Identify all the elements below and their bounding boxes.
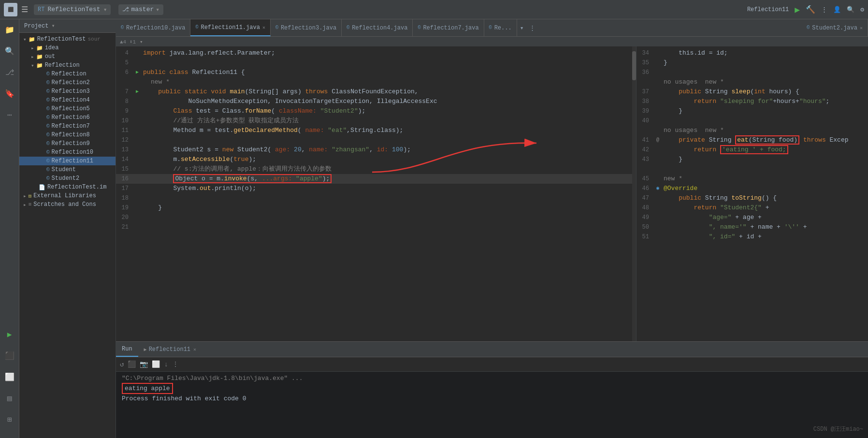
hamburger-menu[interactable]: ☰ bbox=[21, 5, 28, 15]
code-line-11: 11 Method m = test.getDeclaredMethod( na… bbox=[116, 126, 636, 135]
layout-icon2[interactable]: ⊞ bbox=[3, 413, 16, 426]
tree-item-external-libs[interactable]: ▸ ⊞ External Libraries bbox=[19, 191, 116, 200]
project-panel: Project ▾ ▾ 📁 ReflectionTest sour ▸ 📁 id… bbox=[19, 19, 116, 438]
line-text bbox=[662, 68, 868, 77]
tab-reflection11[interactable]: © Reflection11.java ✕ bbox=[190, 19, 270, 36]
project-view-icon[interactable]: 📁 bbox=[3, 23, 16, 37]
bottom-panel-icon[interactable]: ⬜ bbox=[3, 370, 16, 384]
line-gutter bbox=[654, 68, 662, 77]
tab-close-student2[interactable]: ✕ bbox=[860, 25, 863, 31]
tree-item-reflection2[interactable]: © Reflection2 bbox=[19, 78, 116, 87]
line-number: 39 bbox=[637, 106, 654, 116]
tree-item-student2[interactable]: © Student2 bbox=[19, 174, 116, 183]
line-gutter bbox=[654, 87, 662, 97]
terminal-icon[interactable]: ⬛ bbox=[3, 349, 16, 363]
settings-btn[interactable]: ⋮ bbox=[172, 360, 179, 368]
settings-icon[interactable]: ⚙ bbox=[860, 6, 864, 14]
line-gutter bbox=[654, 222, 662, 232]
line-gutter bbox=[654, 164, 662, 174]
tree-item-idea[interactable]: ▸ 📁 idea bbox=[19, 44, 116, 52]
line-gutter bbox=[133, 203, 141, 213]
tab-more-btn[interactable]: ⋮ bbox=[526, 24, 538, 32]
tab-overflow-btn[interactable]: ▾ bbox=[517, 24, 527, 32]
line-text: public class Reflection11 { bbox=[141, 68, 636, 77]
tree-item-reflectiontest-img[interactable]: 📄 ReflectionTest.im bbox=[19, 183, 116, 191]
bottom-tab-reflection11[interactable]: ▶ Reflection11 ✕ bbox=[138, 342, 202, 357]
run-icon-sidebar[interactable]: ▶ bbox=[3, 328, 16, 341]
tree-item-reflection10[interactable]: © Reflection10 bbox=[19, 148, 116, 157]
line-number: 43 bbox=[637, 155, 654, 164]
tree-item-reflection-folder[interactable]: ▾ 📁 Reflection bbox=[19, 61, 116, 70]
line-run-7[interactable]: ▶ bbox=[133, 87, 141, 97]
output-result-line: eating apple bbox=[122, 382, 862, 395]
autoscroll-btn[interactable]: ↓ bbox=[164, 361, 168, 368]
tree-item-reflection[interactable]: © Reflection bbox=[19, 70, 116, 78]
right-code-line-42: 42 return 'eating ' + food; bbox=[637, 145, 868, 155]
tree-item-reflection5[interactable]: © Reflection5 bbox=[19, 104, 116, 113]
branch-selector[interactable]: ⎇ master ▾ bbox=[118, 4, 163, 15]
tab-reflection3[interactable]: © Reflection3.java bbox=[271, 19, 342, 36]
tab-reflection4[interactable]: © Reflection4.java bbox=[342, 19, 413, 36]
tab-close-reflection11-bottom[interactable]: ✕ bbox=[193, 347, 196, 352]
code-editors: 4 import java.lang.reflect.Parameter; 5 … bbox=[116, 46, 868, 341]
line-gutter bbox=[654, 77, 662, 87]
right-code-line-46: 46 ◉ @Override bbox=[637, 184, 868, 193]
find-icon[interactable]: 🔍 bbox=[3, 44, 16, 58]
line-run-6[interactable]: ▶ bbox=[133, 68, 141, 77]
run-button[interactable]: ▶ bbox=[795, 4, 800, 15]
tree-item-out[interactable]: ▸ 📁 out bbox=[19, 52, 116, 61]
snapshot-btn[interactable]: 📷 bbox=[140, 360, 148, 368]
user-icon[interactable]: 👤 bbox=[833, 6, 841, 14]
build-button[interactable]: 🔨 bbox=[806, 5, 815, 15]
panel-title: Project bbox=[24, 23, 48, 29]
line-run-46[interactable]: ◉ bbox=[654, 184, 662, 193]
tree-label: Reflection10 bbox=[52, 149, 93, 156]
tab-re-more[interactable]: © Re... bbox=[484, 19, 517, 36]
tab-label: Reflection11 bbox=[149, 346, 190, 353]
line-number: 46 bbox=[637, 184, 654, 193]
more-button[interactable]: ⋮ bbox=[821, 6, 827, 14]
tree-item-scratches[interactable]: ▸ ≡ Scratches and Cons bbox=[19, 200, 116, 209]
tree-label: Reflection bbox=[52, 71, 87, 77]
tab-reflection7[interactable]: © Reflection7.java bbox=[413, 19, 484, 36]
tree-item-student[interactable]: © Student bbox=[19, 165, 116, 174]
layout-icon[interactable]: ▤ bbox=[3, 392, 16, 405]
tree-item-reflection9[interactable]: © Reflection9 bbox=[19, 139, 116, 148]
tree-item-reflection3[interactable]: © Reflection3 bbox=[19, 87, 116, 96]
more-tools-icon[interactable]: ⋯ bbox=[3, 108, 16, 122]
tab-student2[interactable]: © Student2.java ✕ bbox=[802, 19, 868, 36]
scrollbar-thumb[interactable] bbox=[632, 51, 636, 80]
bottom-tab-run[interactable]: Run bbox=[116, 342, 138, 357]
right-code-pane[interactable]: 34 this.id = id; 35 } 36 bbox=[636, 46, 868, 341]
bookmark-icon[interactable]: 🔖 bbox=[3, 87, 16, 101]
branch-dropdown-icon: ▾ bbox=[156, 6, 159, 14]
code-line-17: 17 System.out.println(o); bbox=[116, 184, 636, 193]
code-line-13: 13 Student2 s = new Student2( age: 20, n… bbox=[116, 145, 636, 155]
stop-btn[interactable]: ⬛ bbox=[128, 360, 136, 368]
git-icon[interactable]: ⎇ bbox=[3, 66, 16, 79]
tree-label: Scratches and Cons bbox=[33, 201, 96, 208]
right-code-line-empty bbox=[637, 164, 868, 174]
tab-close-reflection11[interactable]: ✕ bbox=[262, 25, 265, 30]
tree-item-reflectiontest[interactable]: ▾ 📁 ReflectionTest sour bbox=[19, 35, 116, 44]
restart-btn[interactable]: ↺ bbox=[120, 360, 124, 368]
code-line-new-star: new * bbox=[116, 77, 636, 87]
tree-item-reflection6[interactable]: © Reflection6 bbox=[19, 113, 116, 122]
warning-count: ▲4 ⬇1 bbox=[120, 39, 136, 45]
line-number: 49 bbox=[637, 213, 654, 222]
line-number: 38 bbox=[637, 97, 654, 106]
search-icon[interactable]: 🔍 bbox=[847, 6, 854, 14]
tree-item-reflection8[interactable]: © Reflection8 bbox=[19, 131, 116, 139]
panel-dropdown[interactable]: ▾ bbox=[51, 22, 55, 29]
line-text: "age=" + age + bbox=[662, 213, 868, 222]
tree-item-reflection7[interactable]: © Reflection7 bbox=[19, 122, 116, 131]
left-code-pane[interactable]: 4 import java.lang.reflect.Parameter; 5 … bbox=[116, 46, 636, 341]
scrollbar-track bbox=[632, 46, 636, 341]
tab-reflection10[interactable]: © Reflection10.java bbox=[116, 19, 190, 36]
project-selector[interactable]: RT ReflectionTest ▾ bbox=[34, 4, 111, 15]
tree-item-reflection11[interactable]: © Reflection11 bbox=[19, 157, 116, 165]
filter-btn[interactable]: ⬜ bbox=[152, 360, 160, 368]
tree-item-reflection4[interactable]: © Reflection4 bbox=[19, 96, 116, 104]
tree-label: Reflection4 bbox=[52, 97, 90, 103]
bottom-tabs-bar: Run ▶ Reflection11 ✕ bbox=[116, 342, 868, 357]
